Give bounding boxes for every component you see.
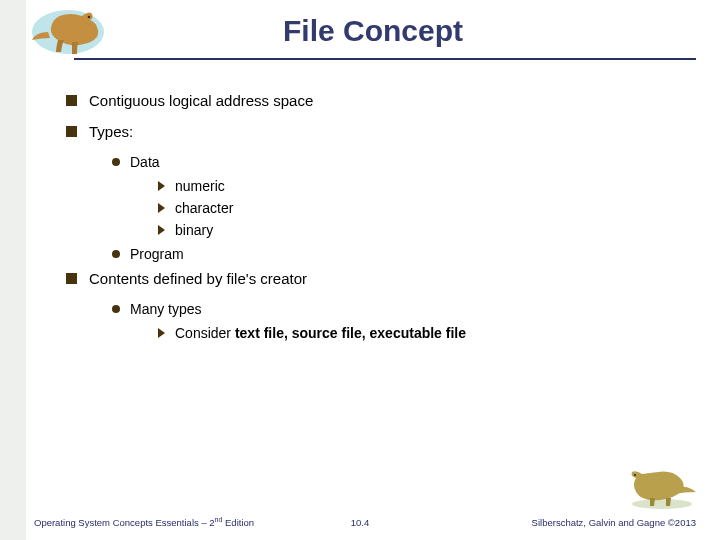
- bullet-text: Contents defined by file's creator: [89, 270, 680, 287]
- text-bold-file-types: text file, source file, executable file: [235, 325, 466, 341]
- bullet-contiguous: Contiguous logical address space: [66, 92, 680, 109]
- bullet-text: Contiguous logical address space: [89, 92, 680, 109]
- page-title: File Concept: [26, 14, 720, 48]
- bullet-text: numeric: [175, 178, 225, 194]
- bullet-data: Data: [112, 154, 680, 170]
- header: File Concept: [26, 0, 720, 72]
- content-body: Contiguous logical address space Types: …: [66, 86, 680, 347]
- text-prefix: Consider: [175, 325, 235, 341]
- left-accent-strip: [0, 0, 26, 540]
- triangle-bullet-icon: [158, 328, 165, 338]
- bullet-many-types: Many types: [112, 301, 680, 317]
- bullet-consider-file-types: Consider text file, source file, executa…: [158, 325, 680, 341]
- bullet-text: Program: [130, 246, 184, 262]
- circle-bullet-icon: [112, 250, 120, 258]
- square-bullet-icon: [66, 126, 77, 137]
- slide: File Concept Contiguous logical address …: [0, 0, 720, 540]
- bullet-contents-defined: Contents defined by file's creator: [66, 270, 680, 287]
- triangle-bullet-icon: [158, 203, 165, 213]
- bullet-character: character: [158, 200, 680, 216]
- bullet-text: character: [175, 200, 233, 216]
- footer-copyright: Silberschatz, Galvin and Gagne ©2013: [532, 517, 696, 528]
- circle-bullet-icon: [112, 305, 120, 313]
- triangle-bullet-icon: [158, 225, 165, 235]
- square-bullet-icon: [66, 273, 77, 284]
- bullet-text: Types:: [89, 123, 680, 140]
- bullet-text: Many types: [130, 301, 202, 317]
- bullet-types: Types:: [66, 123, 680, 140]
- bullet-text: Data: [130, 154, 160, 170]
- circle-bullet-icon: [112, 158, 120, 166]
- dinosaur-logo-bottom-icon: [626, 462, 698, 510]
- triangle-bullet-icon: [158, 181, 165, 191]
- footer: Operating System Concepts Essentials – 2…: [0, 506, 720, 540]
- bullet-binary: binary: [158, 222, 680, 238]
- bullet-text: binary: [175, 222, 213, 238]
- square-bullet-icon: [66, 95, 77, 106]
- title-underline: [74, 58, 696, 60]
- svg-point-3: [634, 474, 636, 476]
- bullet-numeric: numeric: [158, 178, 680, 194]
- bullet-program: Program: [112, 246, 680, 262]
- bullet-text: Consider text file, source file, executa…: [175, 325, 466, 341]
